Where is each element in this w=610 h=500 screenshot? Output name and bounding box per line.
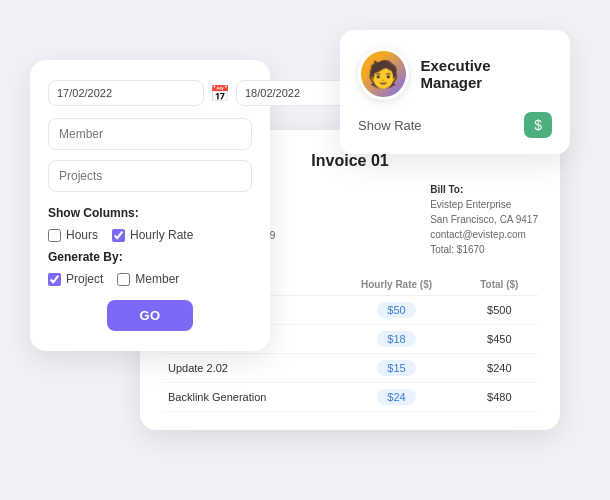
cell-total: $480 xyxy=(461,383,538,412)
cell-project: Backlink Generation xyxy=(162,383,332,412)
exec-header: 🧑 Executive Manager xyxy=(358,48,552,100)
hours-label: Hours xyxy=(66,228,98,242)
member-gen-checkbox[interactable] xyxy=(117,273,130,286)
col-header-rate: Hourly Rate ($) xyxy=(332,274,460,296)
rate-badge: $15 xyxy=(377,360,415,376)
show-columns-row: Hours Hourly Rate xyxy=(48,228,252,242)
hourly-rate-checkbox[interactable] xyxy=(112,229,125,242)
show-columns-label: Show Columns: xyxy=(48,206,252,220)
avatar: 🧑 xyxy=(358,48,409,100)
hourly-rate-checkbox-item[interactable]: Hourly Rate xyxy=(112,228,193,242)
table-row: Update 2.02$15$240 xyxy=(162,354,538,383)
project-checkbox-item[interactable]: Project xyxy=(48,272,103,286)
show-rate-row: Show Rate $ xyxy=(358,112,552,138)
hours-checkbox[interactable] xyxy=(48,229,61,242)
date-from-input[interactable] xyxy=(48,80,204,106)
go-button[interactable]: GO xyxy=(107,300,192,331)
show-rate-button[interactable]: $ xyxy=(524,112,552,138)
bill-to-total: Total: $1670 xyxy=(430,242,538,257)
generate-by-label: Generate By: xyxy=(48,250,252,264)
cell-total: $240 xyxy=(461,354,538,383)
hours-checkbox-item[interactable]: Hours xyxy=(48,228,98,242)
exec-info: Executive Manager xyxy=(421,57,553,91)
projects-input[interactable] xyxy=(48,160,252,192)
cell-rate: $50 xyxy=(332,296,460,325)
project-checkbox[interactable] xyxy=(48,273,61,286)
rate-badge: $50 xyxy=(377,302,415,318)
bill-to-city: San Francisco, CA 9417 xyxy=(430,212,538,227)
col-header-total: Total ($) xyxy=(461,274,538,296)
member-checkbox-item[interactable]: Member xyxy=(117,272,179,286)
bill-to-section: Bill To: Evistep Enterprise San Francisc… xyxy=(430,184,538,260)
hourly-rate-label: Hourly Rate xyxy=(130,228,193,242)
table-row: Backlink Generation$24$480 xyxy=(162,383,538,412)
cell-rate: $18 xyxy=(332,325,460,354)
cell-total: $450 xyxy=(461,325,538,354)
calendar-icon: 📅 xyxy=(210,84,230,103)
bill-to-label: Bill To: xyxy=(430,184,538,195)
filter-panel: 📅 Show Columns: Hours Hourly Rate Genera… xyxy=(30,60,270,351)
rate-badge: $18 xyxy=(377,331,415,347)
cell-total: $500 xyxy=(461,296,538,325)
cell-rate: $24 xyxy=(332,383,460,412)
bill-to-email: contact@evistep.com xyxy=(430,227,538,242)
project-label: Project xyxy=(66,272,103,286)
bill-to-name: Evistep Enterprise xyxy=(430,197,538,212)
member-input[interactable] xyxy=(48,118,252,150)
exec-manager-card: 🧑 Executive Manager Show Rate $ xyxy=(340,30,570,154)
rate-badge: $24 xyxy=(377,389,415,405)
cell-project: Update 2.02 xyxy=(162,354,332,383)
exec-title: Executive Manager xyxy=(421,57,553,91)
cell-rate: $15 xyxy=(332,354,460,383)
date-range-row: 📅 xyxy=(48,80,252,106)
member-gen-label: Member xyxy=(135,272,179,286)
show-rate-label: Show Rate xyxy=(358,118,422,133)
generate-by-row: Project Member xyxy=(48,272,252,286)
